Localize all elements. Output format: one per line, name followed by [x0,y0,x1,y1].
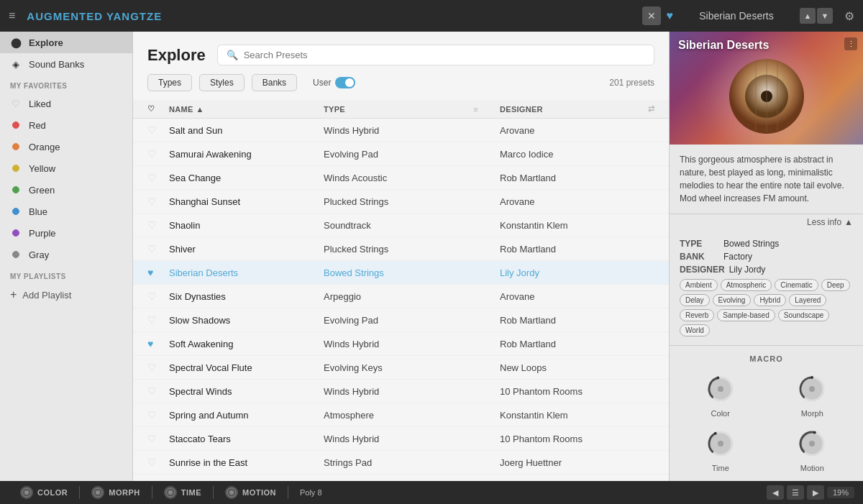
table-row[interactable]: ♡ Staccato Tears Winds Hybrid 10 Phantom… [133,427,669,451]
row-preset-type: Winds Hybrid [324,386,478,397]
sidebar-item-liked[interactable]: ♡ Liked [0,93,132,114]
macro-knob-morph[interactable]: Morph [772,373,854,418]
macro-knob-motion[interactable]: Motion [772,428,854,472]
time-macro-icon [164,486,177,499]
presets-table: ♡ NAME ▲ TYPE ≡ DESIGNER ⇄ ♡ Salt and Su… [133,100,669,481]
table-row[interactable]: ♡ Shiver Plucked Strings Rob Martland [133,237,669,261]
add-playlist-button[interactable]: + Add Playlist [0,283,132,306]
preset-tag[interactable]: Cinematic [775,279,818,291]
bottom-list-button[interactable]: ☰ [787,485,804,500]
less-info-button[interactable]: Less info ▲ [807,217,853,227]
sidebar-item-red[interactable]: Red [0,114,132,136]
favorite-button[interactable]: ♥ [667,9,674,22]
row-preset-designer: Arovane [500,196,654,207]
row-fav-icon[interactable]: ♡ [147,196,169,207]
sidebar-item-orange[interactable]: Orange [0,136,132,157]
preset-tag[interactable]: Atmospheric [721,279,772,291]
col-name-header[interactable]: NAME ▲ [169,104,324,114]
svg-point-23 [24,490,29,495]
blue-color-icon [10,206,22,217]
bottom-color-macro[interactable]: COLOR [9,486,79,499]
sidebar-item-purple[interactable]: Purple [0,222,132,244]
preset-tag[interactable]: Deep [821,279,850,291]
meta-type-row: TYPE Bowed Strings [680,239,853,249]
filter-banks-button[interactable]: Banks [252,74,297,91]
macro-knob-color[interactable]: Color [680,373,762,418]
table-row[interactable]: ♡ Spring and Autumn Atmosphere Konstanti… [133,403,669,427]
nav-up-button[interactable]: ▲ [800,8,816,24]
preset-tag[interactable]: Evolving [713,294,752,306]
preset-tag[interactable]: Sample-based [717,309,775,321]
settings-button[interactable]: ⚙ [844,9,854,23]
row-fav-icon[interactable]: ♡ [147,219,169,231]
morph-knob-svg [796,373,828,405]
table-row[interactable]: ♡ Sea Change Winds Acoustic Rob Martland [133,166,669,190]
sidebar-item-blue[interactable]: Blue [0,201,132,222]
preset-tag[interactable]: Delay [680,294,710,306]
row-fav-icon[interactable]: ♡ [147,433,169,444]
filter-types-button[interactable]: Types [147,74,192,91]
sidebar-item-gray[interactable]: Gray [0,244,132,265]
table-row[interactable]: ♡ Samurai Awakening Evolving Pad Marco I… [133,142,669,166]
preset-tag[interactable]: Layered [789,294,826,306]
svg-point-16 [713,432,716,435]
preset-tag[interactable]: Ambient [680,279,718,291]
bottom-bar: COLOR MORPH TIME MOTION Pol [0,481,863,504]
table-row[interactable]: ♡ Shanghai Sunset Plucked Strings Arovan… [133,190,669,214]
row-fav-icon[interactable]: ♡ [147,124,169,136]
table-row[interactable]: ♥ Soft Awakening Winds Hybrid Rob Martla… [133,332,669,356]
row-preset-name: Soft Awakening [169,339,324,349]
add-playlist-label: Add Playlist [22,290,71,301]
row-fav-icon[interactable]: ♡ [147,290,169,302]
bottom-morph-macro[interactable]: MORPH [80,486,151,499]
table-row[interactable]: ♥ Siberian Deserts Bowed Strings Lily Jo… [133,261,669,285]
table-row[interactable]: ♡ Six Dynasties Arpeggio Arovane [133,285,669,308]
table-row[interactable]: ♡ Slow Shadows Evolving Pad Rob Martland [133,308,669,332]
row-fav-icon[interactable]: ♡ [147,362,169,373]
svg-point-21 [809,441,815,446]
bottom-motion-macro[interactable]: MOTION [214,486,288,499]
menu-icon[interactable]: ≡ [9,9,15,22]
bottom-forward-button[interactable]: ▶ [807,485,824,500]
bottom-time-macro[interactable]: TIME [152,486,213,499]
row-fav-icon[interactable]: ♥ [147,338,169,349]
row-fav-icon[interactable]: ♡ [147,314,169,326]
preset-tag[interactable]: Reverb [680,309,714,321]
svg-point-13 [809,386,815,392]
close-button[interactable]: ✕ [642,6,661,25]
row-fav-icon[interactable]: ♡ [147,409,169,421]
filter-styles-button[interactable]: Styles [199,74,245,91]
morph-label: MORPH [109,488,140,497]
search-input[interactable] [244,50,645,60]
nav-down-button[interactable]: ▼ [817,8,833,24]
time-knob-svg [705,428,736,459]
preset-tag[interactable]: Hybrid [754,294,786,306]
table-row[interactable]: ♡ Spectral Winds Winds Hybrid 10 Phantom… [133,380,669,403]
row-fav-icon[interactable]: ♡ [147,172,169,183]
macro-knob-time[interactable]: Time [680,428,762,472]
panel-scroll-button[interactable]: ⋮ [844,37,857,50]
row-fav-icon[interactable]: ♡ [147,385,169,397]
bottom-back-button[interactable]: ◀ [767,485,784,500]
row-fav-icon[interactable]: ♡ [147,148,169,160]
meta-bank-label: BANK [680,252,719,262]
row-fav-icon[interactable]: ♡ [147,243,169,255]
row-fav-icon[interactable]: ♡ [147,457,169,468]
preset-tag[interactable]: Soundscape [778,309,830,321]
row-fav-icon[interactable]: ♥ [147,267,169,278]
sidebar-item-yellow[interactable]: Yellow [0,157,132,179]
meta-designer-row: DESIGNER Lily Jordy [680,265,853,275]
table-row[interactable]: ♡ Shaolin Soundtrack Konstantin Klem [133,214,669,237]
search-box[interactable]: 🔍 [217,45,654,65]
user-toggle-switch[interactable] [335,77,355,88]
meta-bank-value: Factory [723,252,752,262]
table-row[interactable]: ♡ Sunrise in the East Strings Pad Joerg … [133,451,669,475]
sidebar-item-green[interactable]: Green [0,179,132,201]
col-designer-header[interactable]: DESIGNER ⇄ [500,104,654,114]
col-type-header[interactable]: TYPE ≡ [324,104,478,114]
preset-tag[interactable]: World [680,324,710,336]
table-row[interactable]: ♡ Spectral Vocal Flute Evolving Keys New… [133,356,669,380]
sidebar-item-explore[interactable]: ⬤ Explore [0,32,132,53]
sidebar-item-sound-banks[interactable]: ◈ Sound Banks [0,53,132,75]
table-row[interactable]: ♡ Salt and Sun Winds Hybrid Arovane [133,119,669,142]
